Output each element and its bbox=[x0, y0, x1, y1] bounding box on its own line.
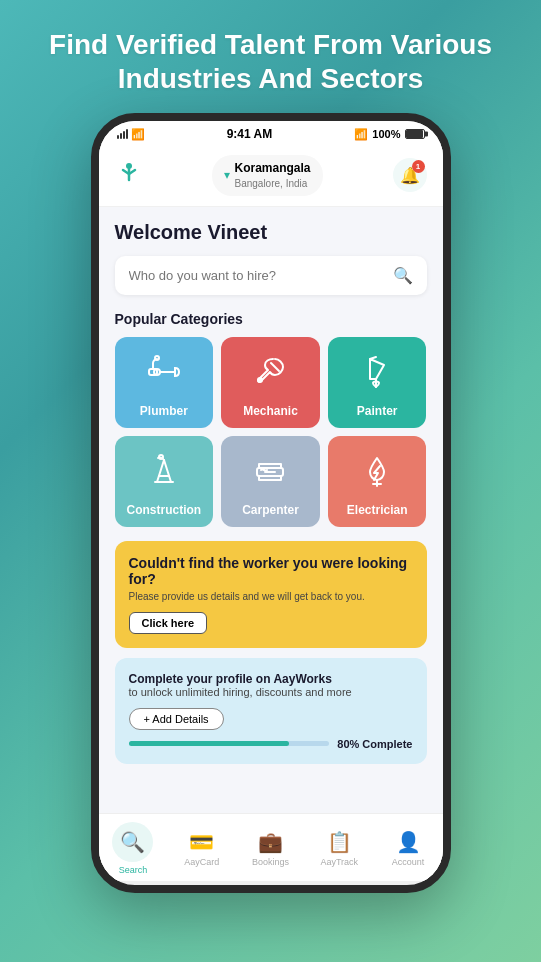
search-input[interactable] bbox=[129, 268, 393, 283]
nav-account[interactable]: 👤 Account bbox=[374, 830, 443, 867]
nav-aaytrack[interactable]: 📋 AayTrack bbox=[305, 830, 374, 867]
yellow-banner-title: Couldn't find the worker you were lookin… bbox=[129, 555, 413, 587]
category-plumber[interactable]: Plumber bbox=[115, 337, 214, 428]
painter-icon bbox=[356, 351, 398, 398]
plumber-label: Plumber bbox=[140, 404, 188, 418]
signal-area: 📶 bbox=[117, 128, 145, 141]
carpenter-icon bbox=[249, 450, 291, 497]
profile-banner: Complete your profile on AayWorks to unl… bbox=[115, 658, 427, 764]
phone-frame: 📶 9:41 AM 📶 100% ▾ bbox=[91, 113, 451, 893]
app-content: ▾ Koramangala Bangalore, India 🔔 1 Welco… bbox=[99, 145, 443, 881]
svg-point-7 bbox=[258, 378, 262, 382]
notification-button[interactable]: 🔔 1 bbox=[393, 158, 427, 192]
wifi-icon: 📶 bbox=[131, 128, 145, 141]
electrician-label: Electrician bbox=[347, 503, 408, 517]
search-bar[interactable]: 🔍 bbox=[115, 256, 427, 295]
nav-aaytrack-icon: 📋 bbox=[327, 830, 352, 854]
app-logo bbox=[115, 158, 143, 192]
nav-aaycard-icon: 💳 bbox=[189, 830, 214, 854]
category-carpenter[interactable]: Carpenter bbox=[221, 436, 320, 527]
status-time: 9:41 AM bbox=[227, 127, 273, 141]
main-scroll-area: Welcome Vineet 🔍 Popular Categories bbox=[99, 207, 443, 813]
category-electrician[interactable]: Electrician bbox=[328, 436, 427, 527]
plumber-icon bbox=[143, 351, 185, 398]
painter-label: Painter bbox=[357, 404, 398, 418]
nav-bookings[interactable]: 💼 Bookings bbox=[236, 830, 305, 867]
status-bar: 📶 9:41 AM 📶 100% bbox=[99, 121, 443, 145]
nav-search-label: Search bbox=[119, 865, 148, 875]
battery-icon bbox=[405, 129, 425, 139]
category-construction[interactable]: Construction bbox=[115, 436, 214, 527]
mechanic-icon bbox=[249, 351, 291, 398]
nav-aaycard[interactable]: 💳 AayCard bbox=[167, 830, 236, 867]
search-icon[interactable]: 🔍 bbox=[393, 266, 413, 285]
app-header: ▾ Koramangala Bangalore, India 🔔 1 bbox=[99, 145, 443, 207]
notification-badge: 1 bbox=[412, 160, 425, 173]
nav-bookings-label: Bookings bbox=[252, 857, 289, 867]
location-text: Koramangala Bangalore, India bbox=[234, 161, 310, 190]
category-painter[interactable]: Painter bbox=[328, 337, 427, 428]
progress-bar-background bbox=[129, 741, 330, 746]
bottom-nav: 🔍 Search 💳 AayCard 💼 Bookings 📋 AayTrack… bbox=[99, 813, 443, 881]
signal-bars bbox=[117, 129, 128, 139]
add-details-button[interactable]: + Add Details bbox=[129, 708, 224, 730]
construction-label: Construction bbox=[126, 503, 201, 517]
profile-banner-subtitle: to unlock unlimited hiring, discounts an… bbox=[129, 686, 413, 698]
nav-aaytrack-label: AayTrack bbox=[320, 857, 358, 867]
location-pin-icon: ▾ bbox=[224, 168, 230, 182]
yellow-banner-subtitle: Please provide us details and we will ge… bbox=[129, 591, 413, 602]
yellow-banner: Couldn't find the worker you were lookin… bbox=[115, 541, 427, 648]
category-mechanic[interactable]: Mechanic bbox=[221, 337, 320, 428]
nav-account-label: Account bbox=[392, 857, 425, 867]
battery-label: 100% bbox=[372, 128, 400, 140]
bluetooth-icon: 📶 bbox=[354, 128, 368, 141]
construction-icon bbox=[143, 450, 185, 497]
categories-section-title: Popular Categories bbox=[115, 311, 427, 327]
nav-search[interactable]: 🔍 Search bbox=[99, 822, 168, 875]
nav-aaycard-label: AayCard bbox=[184, 857, 219, 867]
status-right: 📶 100% bbox=[354, 128, 424, 141]
mechanic-label: Mechanic bbox=[243, 404, 298, 418]
hero-title: Find Verified Talent From Various Indust… bbox=[0, 0, 541, 113]
click-here-button[interactable]: Click here bbox=[129, 612, 208, 634]
svg-line-8 bbox=[370, 357, 376, 359]
nav-account-icon: 👤 bbox=[396, 830, 421, 854]
nav-search-icon: 🔍 bbox=[120, 831, 145, 853]
progress-bar-fill bbox=[129, 741, 290, 746]
profile-banner-title: Complete your profile on AayWorks bbox=[129, 672, 413, 686]
electrician-icon bbox=[356, 450, 398, 497]
location-box[interactable]: ▾ Koramangala Bangalore, India bbox=[212, 155, 322, 196]
progress-row: 80% Complete bbox=[129, 738, 413, 750]
categories-grid: Plumber Mechanic bbox=[115, 337, 427, 527]
carpenter-label: Carpenter bbox=[242, 503, 299, 517]
nav-bookings-icon: 💼 bbox=[258, 830, 283, 854]
welcome-greeting: Welcome Vineet bbox=[115, 221, 427, 244]
progress-label: 80% Complete bbox=[337, 738, 412, 750]
